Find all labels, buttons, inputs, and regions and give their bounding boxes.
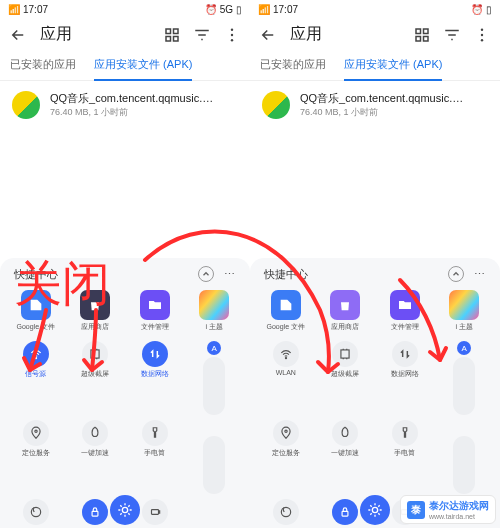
back-button[interactable]: [8, 25, 28, 45]
grid-view-button[interactable]: [162, 25, 182, 45]
file-sub: 76.40 MB, 1 小时前: [300, 106, 488, 119]
more-button[interactable]: [472, 25, 492, 45]
sort-button[interactable]: [442, 25, 462, 45]
qqmusic-icon: [12, 91, 40, 119]
qs-location[interactable]: 定位服务: [256, 417, 316, 496]
app-store[interactable]: 应用商店: [323, 290, 367, 332]
svg-rect-0: [166, 29, 171, 34]
net-icon: 5G: [220, 4, 233, 15]
qs-slider-a[interactable]: A: [435, 338, 495, 417]
page-title: 应用: [290, 24, 400, 45]
app-file-manager[interactable]: 文件管理: [383, 290, 427, 332]
status-time: 17:07: [273, 4, 298, 15]
svg-rect-11: [92, 511, 98, 516]
qs-slider-b[interactable]: [185, 417, 245, 496]
tab-installed[interactable]: 已安装的应用: [260, 51, 326, 80]
svg-rect-15: [424, 29, 429, 34]
status-bar: 📶17:07 ⏰5G▯: [0, 0, 250, 18]
qs-slider-a[interactable]: A: [185, 338, 245, 417]
app-google-files[interactable]: Google 文件: [14, 290, 58, 332]
brightness-button[interactable]: [110, 495, 140, 525]
qs-data[interactable]: 数据网络: [125, 338, 185, 417]
app-header: 应用: [250, 18, 500, 51]
qs-wifi[interactable]: 信号源: [6, 338, 66, 417]
panel-title: 快捷中心: [264, 267, 308, 282]
svg-rect-16: [416, 36, 421, 41]
watermark: 泰 泰尔达游戏网 www.tairda.net: [400, 495, 496, 524]
back-button[interactable]: [258, 25, 278, 45]
app-itheme[interactable]: i 主题: [192, 290, 236, 332]
panel-more-button[interactable]: ⋯: [474, 268, 486, 281]
svg-point-24: [281, 507, 290, 516]
qs-location[interactable]: 定位服务: [6, 417, 66, 496]
qs-dnd[interactable]: 勿扰模式: [6, 496, 66, 528]
sort-button[interactable]: [192, 25, 212, 45]
qs-torch[interactable]: 手电筒: [375, 417, 435, 496]
app-google-files[interactable]: Google 文件: [264, 290, 308, 332]
tab-apk[interactable]: 应用安装文件 (APK): [344, 51, 442, 80]
carrier-icon: 📶: [8, 4, 20, 15]
more-button[interactable]: [222, 25, 242, 45]
svg-point-9: [35, 430, 37, 432]
file-row[interactable]: QQ音乐_com.tencent.qqmusic.… 76.40 MB, 1 小…: [250, 81, 500, 129]
alarm-icon: ⏰: [205, 4, 217, 15]
app-row: Google 文件 应用商店 文件管理 i 主题: [6, 286, 244, 338]
file-name: QQ音乐_com.tencent.qqmusic.…: [50, 91, 238, 106]
watermark-url: www.tairda.net: [429, 513, 489, 520]
collapse-button[interactable]: [448, 266, 464, 282]
svg-rect-1: [174, 29, 179, 34]
svg-point-13: [122, 507, 127, 512]
svg-rect-12: [151, 510, 158, 515]
svg-point-18: [481, 28, 483, 30]
qs-data[interactable]: 数据网络: [375, 338, 435, 417]
panel-more-button[interactable]: ⋯: [224, 268, 236, 281]
svg-point-23: [285, 430, 287, 432]
app-itheme[interactable]: i 主题: [442, 290, 486, 332]
battery-icon: ▯: [236, 4, 242, 15]
qs-dnd[interactable]: 勿扰模式: [256, 496, 316, 528]
brightness-button[interactable]: [360, 495, 390, 525]
alarm-icon: ⏰: [471, 4, 483, 15]
app-row: Google 文件 应用商店 文件管理 i 主题: [256, 286, 494, 338]
app-header: 应用: [0, 18, 250, 51]
right-screen: 📶17:07 ⏰▯ 应用 已安装的应用 应用安装文件 (APK) QQ音乐_co…: [250, 0, 500, 528]
qs-slider-b[interactable]: [435, 417, 495, 496]
carrier-icon: 📶: [258, 4, 270, 15]
qqmusic-icon: [262, 91, 290, 119]
qs-screenshot[interactable]: 超级截屏: [66, 338, 126, 417]
status-bar: 📶17:07 ⏰▯: [250, 0, 500, 18]
watermark-brand: 泰尔达游戏网: [429, 499, 489, 513]
grid-view-button[interactable]: [412, 25, 432, 45]
svg-rect-2: [166, 36, 171, 41]
tabs: 已安装的应用 应用安装文件 (APK): [250, 51, 500, 81]
quick-panel: 快捷中心 ⋯ Google 文件 应用商店 文件管理 i 主题 WLAN 超级截…: [250, 258, 500, 528]
qs-screenshot[interactable]: 超级截屏: [316, 338, 376, 417]
page-title: 应用: [40, 24, 150, 45]
qs-boost[interactable]: 一键加速: [66, 417, 126, 496]
app-store[interactable]: 应用商店: [73, 290, 117, 332]
svg-point-19: [481, 33, 483, 35]
app-file-manager[interactable]: 文件管理: [133, 290, 177, 332]
qs-torch[interactable]: 手电筒: [125, 417, 185, 496]
svg-point-5: [231, 33, 233, 35]
svg-rect-25: [342, 511, 348, 516]
tabs: 已安装的应用 应用安装文件 (APK): [0, 51, 250, 81]
file-sub: 76.40 MB, 1 小时前: [50, 106, 238, 119]
qs-boost[interactable]: 一键加速: [316, 417, 376, 496]
qs-wifi[interactable]: WLAN: [256, 338, 316, 417]
svg-rect-17: [424, 36, 429, 41]
svg-point-6: [231, 39, 233, 41]
svg-point-20: [481, 39, 483, 41]
svg-point-4: [231, 28, 233, 30]
svg-point-7: [35, 358, 36, 359]
file-row[interactable]: QQ音乐_com.tencent.qqmusic.… 76.40 MB, 1 小…: [0, 81, 250, 129]
collapse-button[interactable]: [198, 266, 214, 282]
status-time: 17:07: [23, 4, 48, 15]
svg-point-10: [31, 507, 40, 516]
tab-installed[interactable]: 已安装的应用: [10, 51, 76, 80]
tab-apk[interactable]: 应用安装文件 (APK): [94, 51, 192, 80]
svg-rect-14: [416, 29, 421, 34]
left-screen: 📶17:07 ⏰5G▯ 应用 已安装的应用 应用安装文件 (APK) QQ音乐_…: [0, 0, 250, 528]
panel-title: 快捷中心: [14, 267, 58, 282]
quick-panel: 快捷中心 ⋯ Google 文件 应用商店 文件管理 i 主题 信号源 超级截屏…: [0, 258, 250, 528]
